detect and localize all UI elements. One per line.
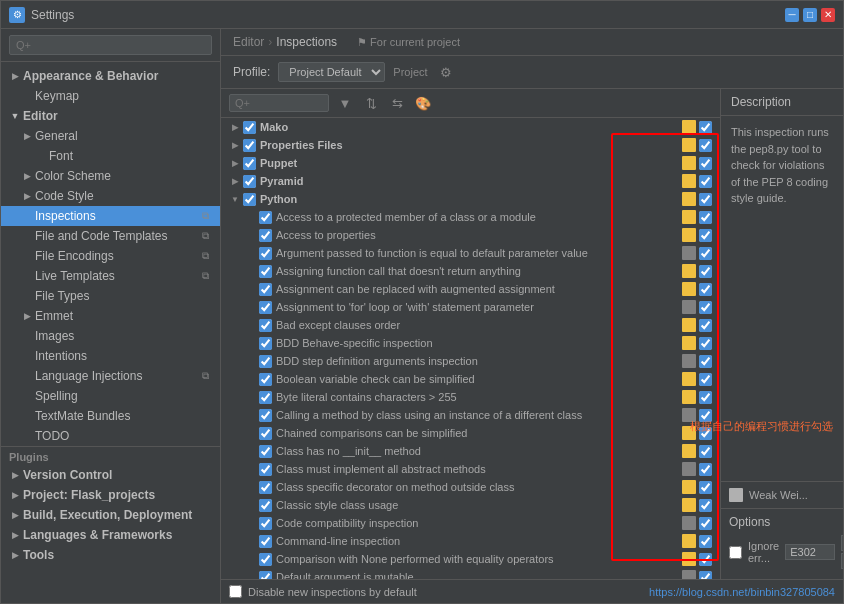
item-checkbox[interactable] [259, 427, 272, 440]
sidebar-item-intentions[interactable]: Intentions [1, 346, 220, 366]
sort-icon[interactable]: ⇆ [387, 93, 407, 113]
severity-checkbox[interactable] [699, 121, 712, 134]
ignore-checkbox[interactable] [729, 546, 742, 559]
sidebar-item-appearance[interactable]: ▶Appearance & Behavior [1, 66, 220, 86]
minimize-button[interactable]: ─ [785, 8, 799, 22]
sidebar-item-file-templates[interactable]: File and Code Templates⧉ [1, 226, 220, 246]
sidebar-item-spelling[interactable]: Spelling [1, 386, 220, 406]
inspection-item[interactable]: Assignment can be replaced with augmente… [221, 280, 720, 298]
item-severity-checkbox[interactable] [699, 427, 712, 440]
item-checkbox[interactable] [259, 571, 272, 580]
sidebar-item-project[interactable]: ▶Project: Flask_projects [1, 485, 220, 505]
inspection-item[interactable]: Class must implement all abstract method… [221, 460, 720, 478]
disable-new-inspections-checkbox[interactable] [229, 585, 242, 598]
group-checkbox[interactable] [243, 121, 256, 134]
group-checkbox[interactable] [243, 157, 256, 170]
group-checkbox[interactable] [243, 193, 256, 206]
item-checkbox[interactable] [259, 247, 272, 260]
item-severity-checkbox[interactable] [699, 337, 712, 350]
inspection-item[interactable]: Default argument is mutable [221, 568, 720, 579]
item-checkbox[interactable] [259, 535, 272, 548]
inspection-item[interactable]: Argument passed to function is equal to … [221, 244, 720, 262]
item-severity-checkbox[interactable] [699, 517, 712, 530]
severity-checkbox[interactable] [699, 175, 712, 188]
sidebar-item-images[interactable]: Images [1, 326, 220, 346]
sidebar-item-tools[interactable]: ▶Tools [1, 545, 220, 565]
inspection-group[interactable]: ▶Pyramid [221, 172, 720, 190]
group-checkbox[interactable] [243, 175, 256, 188]
item-severity-checkbox[interactable] [699, 211, 712, 224]
item-checkbox[interactable] [259, 265, 272, 278]
item-severity-checkbox[interactable] [699, 391, 712, 404]
inspection-item[interactable]: BDD Behave-specific inspection [221, 334, 720, 352]
item-severity-checkbox[interactable] [699, 373, 712, 386]
sidebar-item-inspections[interactable]: Inspections⧉ [1, 206, 220, 226]
item-severity-checkbox[interactable] [699, 283, 712, 296]
inspection-item[interactable]: Assigning function call that doesn't ret… [221, 262, 720, 280]
inspection-group[interactable]: ▼Python [221, 190, 720, 208]
inspection-item[interactable]: Bad except clauses order [221, 316, 720, 334]
item-checkbox[interactable] [259, 355, 272, 368]
inspection-item[interactable]: BDD step definition arguments inspection [221, 352, 720, 370]
item-severity-checkbox[interactable] [699, 481, 712, 494]
inspection-item[interactable]: Chained comparisons can be simplified [221, 424, 720, 442]
remove-button[interactable]: − [841, 553, 843, 569]
item-checkbox[interactable] [259, 481, 272, 494]
group-checkbox[interactable] [243, 139, 256, 152]
inspection-item[interactable]: Assignment to 'for' loop or 'with' state… [221, 298, 720, 316]
maximize-button[interactable]: □ [803, 8, 817, 22]
item-severity-checkbox[interactable] [699, 553, 712, 566]
inspection-item[interactable]: Comparison with None performed with equa… [221, 550, 720, 568]
sidebar-item-general[interactable]: ▶General [1, 126, 220, 146]
inspection-item[interactable]: Code compatibility inspection [221, 514, 720, 532]
add-button[interactable]: + [841, 535, 843, 551]
gear-icon[interactable]: ⚙ [436, 62, 456, 82]
severity-checkbox[interactable] [699, 193, 712, 206]
inspection-group[interactable]: ▶Properties Files [221, 136, 720, 154]
item-checkbox[interactable] [259, 445, 272, 458]
item-checkbox[interactable] [259, 409, 272, 422]
inspection-item[interactable]: Calling a method by class using an insta… [221, 406, 720, 424]
item-severity-checkbox[interactable] [699, 571, 712, 580]
sidebar-item-lang-injections[interactable]: Language Injections⧉ [1, 366, 220, 386]
inspection-group[interactable]: ▶Puppet [221, 154, 720, 172]
profile-select[interactable]: Project Default [278, 62, 385, 82]
severity-checkbox[interactable] [699, 157, 712, 170]
inspection-item[interactable]: Class specific decorator on method outsi… [221, 478, 720, 496]
sidebar-search-input[interactable] [9, 35, 212, 55]
sidebar-item-emmet[interactable]: ▶Emmet [1, 306, 220, 326]
item-checkbox[interactable] [259, 553, 272, 566]
item-severity-checkbox[interactable] [699, 463, 712, 476]
close-button[interactable]: ✕ [821, 8, 835, 22]
sidebar-item-live-templates[interactable]: Live Templates⧉ [1, 266, 220, 286]
expand-icon[interactable]: ⇅ [361, 93, 381, 113]
item-severity-checkbox[interactable] [699, 535, 712, 548]
sidebar-item-version-control[interactable]: ▶Version Control [1, 465, 220, 485]
item-checkbox[interactable] [259, 319, 272, 332]
severity-checkbox[interactable] [699, 139, 712, 152]
item-checkbox[interactable] [259, 499, 272, 512]
sidebar-item-todo[interactable]: TODO [1, 426, 220, 446]
item-severity-checkbox[interactable] [699, 301, 712, 314]
item-checkbox[interactable] [259, 283, 272, 296]
item-checkbox[interactable] [259, 337, 272, 350]
item-severity-checkbox[interactable] [699, 229, 712, 242]
color-icon[interactable]: 🎨 [413, 93, 433, 113]
ignore-value-input[interactable] [785, 544, 835, 560]
item-severity-checkbox[interactable] [699, 247, 712, 260]
item-checkbox[interactable] [259, 391, 272, 404]
sidebar-item-file-encodings[interactable]: File Encodings⧉ [1, 246, 220, 266]
item-severity-checkbox[interactable] [699, 409, 712, 422]
inspection-item[interactable]: Command-line inspection [221, 532, 720, 550]
item-checkbox[interactable] [259, 211, 272, 224]
item-severity-checkbox[interactable] [699, 319, 712, 332]
sidebar-item-code-style[interactable]: ▶Code Style [1, 186, 220, 206]
item-checkbox[interactable] [259, 301, 272, 314]
item-severity-checkbox[interactable] [699, 445, 712, 458]
item-severity-checkbox[interactable] [699, 355, 712, 368]
sidebar-item-textmate[interactable]: TextMate Bundles [1, 406, 220, 426]
list-search-input[interactable] [229, 94, 329, 112]
item-checkbox[interactable] [259, 463, 272, 476]
sidebar-item-font[interactable]: Font [1, 146, 220, 166]
inspection-item[interactable]: Access to a protected member of a class … [221, 208, 720, 226]
